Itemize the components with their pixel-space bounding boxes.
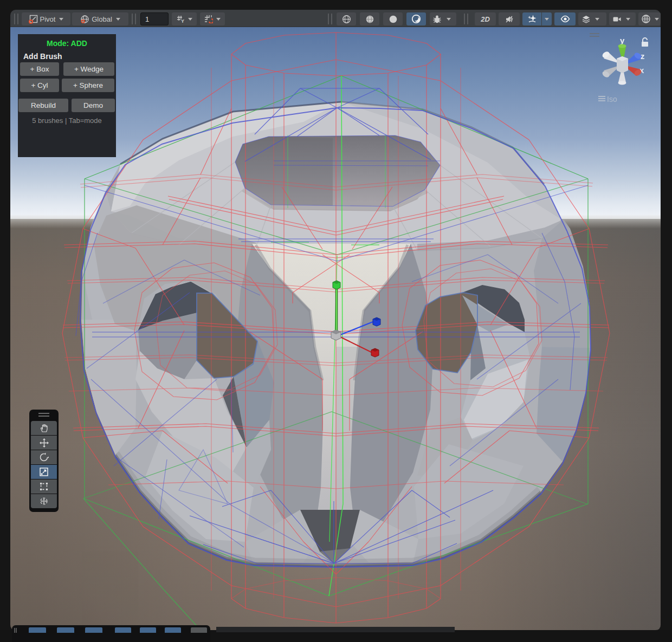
svg-text:y: y (620, 36, 625, 45)
svg-text:Y: Y (181, 18, 184, 24)
